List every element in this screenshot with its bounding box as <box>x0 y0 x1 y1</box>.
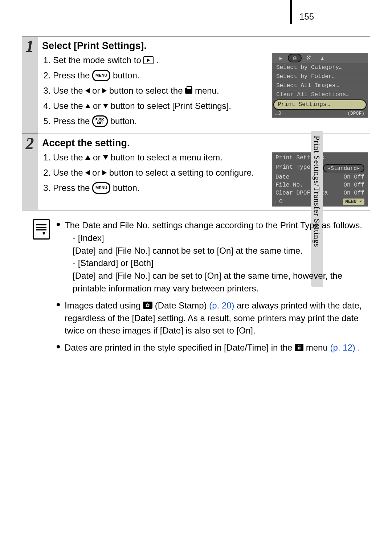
page-number: 155 <box>299 12 314 22</box>
page-number-bar <box>290 0 292 24</box>
step2-sub3: Press the MENU button. <box>53 181 267 195</box>
lcd1-row-4: Clear All Selections… <box>272 90 368 99</box>
step-1-body: Select [Print Settings]. Set the mode sw… <box>38 37 370 134</box>
lcd2-menu-back-icon: MENU ↶ <box>343 199 364 205</box>
down-arrow-icon <box>103 104 108 108</box>
note-1-standard: - [Standard] or [Both] [Date] and [File … <box>65 257 369 295</box>
lcd1-tab-tools-icon: 🛠 <box>302 54 315 62</box>
note-2: Images dated using ✿ (Date Stamp) (p. 20… <box>57 299 369 337</box>
step1-sub2: Press the MENU button. <box>53 69 267 82</box>
lcd1-foot-right: (DPOF) <box>347 111 364 116</box>
right-arrow-icon <box>102 170 107 175</box>
step1-sub4: Use the or button to select [Print Setti… <box>53 99 267 113</box>
step-1-text: Set the mode switch to . Press the MENU … <box>42 53 270 130</box>
step2-sub1: Use the or button to select a menu item. <box>53 151 267 164</box>
step1-sub1: Set the mode switch to . <box>53 54 267 67</box>
manual-page: 155 Print Settings/Transfer Settings 1 S… <box>0 0 392 552</box>
step-2-number: 2 <box>22 134 38 210</box>
up-arrow-icon <box>85 104 90 108</box>
step1-sub3: Use the or button to select the menu. <box>53 84 267 97</box>
lcd1-row-1: Select by Category… <box>272 63 368 72</box>
left-arrow-icon <box>85 170 90 175</box>
setup-menu-icon: i̇i̇ <box>295 344 303 351</box>
lcd2-foot-left: ⎵0 <box>275 199 283 205</box>
date-stamp-icon: ✿ <box>143 302 152 309</box>
notes-block: The Date and File No. settings change ac… <box>22 219 370 359</box>
lcd1-foot-left: ⎵0 <box>275 111 281 116</box>
right-arrow-icon <box>102 88 107 93</box>
step-1-title: Select [Print Settings]. <box>42 40 368 52</box>
note-1-index: - [Index] [Date] and [File No.] cannot b… <box>65 232 369 257</box>
lcd1-tab-mycamera-icon: ♟ <box>316 54 328 62</box>
lcd2-opt-1-value: ◂Standard▸ <box>323 164 364 172</box>
step2-sub2: Use the or button to select a setting to… <box>53 166 267 179</box>
note-1: The Date and File No. settings change ac… <box>57 219 369 295</box>
lcd1-tab-play-icon: ▶ <box>275 54 287 62</box>
up-arrow-icon <box>85 155 90 160</box>
page-link-12[interactable]: (p. 12) <box>330 343 355 352</box>
step-2-text: Use the or button to select a menu item.… <box>42 150 270 207</box>
step-1: 1 Select [Print Settings]. Set the mode … <box>22 36 370 134</box>
left-arrow-icon <box>85 88 90 93</box>
func-set-button-icon: FUNC SET <box>92 115 108 127</box>
camera-lcd-1: ▶ ⎙ 🛠 ♟ Select by Category… Select by Fo… <box>272 53 368 118</box>
step-1-number: 1 <box>22 37 38 134</box>
step-1-screenshot: ▶ ⎙ 🛠 ♟ Select by Category… Select by Fo… <box>272 53 368 130</box>
lcd1-row-highlight: Print Settings… <box>274 100 366 109</box>
lcd1-row-3: Select All Images… <box>272 81 368 90</box>
down-arrow-icon <box>103 155 108 160</box>
lcd1-tab-print-icon: ⎙ <box>289 54 301 62</box>
note-3: Dates are printed in the style specified… <box>57 342 369 354</box>
menu-button-icon: MENU <box>92 182 110 194</box>
print-menu-icon <box>185 88 192 94</box>
playback-mode-icon <box>143 56 154 64</box>
step1-sub5: Press the FUNC SET button. <box>53 115 267 128</box>
page-link-20[interactable]: (p. 20) <box>209 300 234 310</box>
lcd1-row-2: Select by Folder… <box>272 72 368 81</box>
notes-body: The Date and File No. settings change ac… <box>57 219 369 359</box>
menu-button-icon: MENU <box>92 70 110 81</box>
note-icon <box>33 219 50 240</box>
